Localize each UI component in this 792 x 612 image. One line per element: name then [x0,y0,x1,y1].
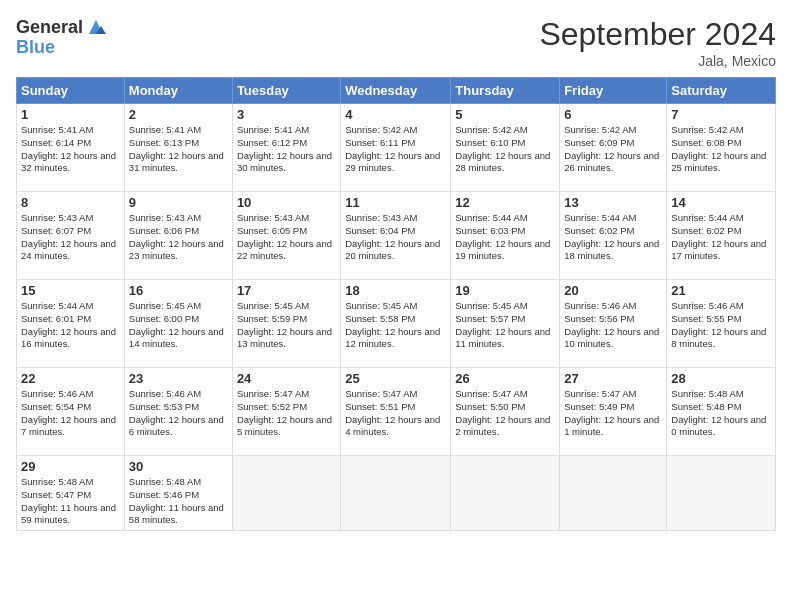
col-sunday: Sunday [17,78,125,104]
logo-blue-text: Blue [16,38,107,56]
location: Jala, Mexico [539,53,776,69]
day-number: 13 [564,195,662,210]
table-row: 16 Sunrise: 5:45 AM Sunset: 6:00 PM Dayl… [124,280,232,368]
day-number: 4 [345,107,446,122]
day-number: 27 [564,371,662,386]
table-row: 8 Sunrise: 5:43 AM Sunset: 6:07 PM Dayli… [17,192,125,280]
day-info: Sunrise: 5:42 AM Sunset: 6:08 PM Dayligh… [671,124,771,175]
day-number: 24 [237,371,336,386]
table-row [667,456,776,531]
logo: General Blue [16,16,107,56]
day-info: Sunrise: 5:46 AM Sunset: 5:56 PM Dayligh… [564,300,662,351]
day-info: Sunrise: 5:45 AM Sunset: 5:57 PM Dayligh… [455,300,555,351]
table-row: 4 Sunrise: 5:42 AM Sunset: 6:11 PM Dayli… [341,104,451,192]
day-info: Sunrise: 5:47 AM Sunset: 5:49 PM Dayligh… [564,388,662,439]
table-row: 1 Sunrise: 5:41 AM Sunset: 6:14 PM Dayli… [17,104,125,192]
day-number: 12 [455,195,555,210]
table-row: 10 Sunrise: 5:43 AM Sunset: 6:05 PM Dayl… [232,192,340,280]
table-row: 27 Sunrise: 5:47 AM Sunset: 5:49 PM Dayl… [560,368,667,456]
day-number: 21 [671,283,771,298]
day-number: 19 [455,283,555,298]
day-number: 18 [345,283,446,298]
day-info: Sunrise: 5:47 AM Sunset: 5:52 PM Dayligh… [237,388,336,439]
day-info: Sunrise: 5:41 AM Sunset: 6:13 PM Dayligh… [129,124,228,175]
table-row [341,456,451,531]
day-info: Sunrise: 5:44 AM Sunset: 6:01 PM Dayligh… [21,300,120,351]
table-row: 28 Sunrise: 5:48 AM Sunset: 5:48 PM Dayl… [667,368,776,456]
table-row: 25 Sunrise: 5:47 AM Sunset: 5:51 PM Dayl… [341,368,451,456]
day-info: Sunrise: 5:44 AM Sunset: 6:02 PM Dayligh… [671,212,771,263]
table-row: 22 Sunrise: 5:46 AM Sunset: 5:54 PM Dayl… [17,368,125,456]
day-number: 16 [129,283,228,298]
day-info: Sunrise: 5:47 AM Sunset: 5:50 PM Dayligh… [455,388,555,439]
table-row: 7 Sunrise: 5:42 AM Sunset: 6:08 PM Dayli… [667,104,776,192]
logo-general-text: General [16,18,83,36]
day-info: Sunrise: 5:48 AM Sunset: 5:47 PM Dayligh… [21,476,120,527]
table-row [560,456,667,531]
day-info: Sunrise: 5:44 AM Sunset: 6:03 PM Dayligh… [455,212,555,263]
title-area: September 2024 Jala, Mexico [539,16,776,69]
table-row: 11 Sunrise: 5:43 AM Sunset: 6:04 PM Dayl… [341,192,451,280]
day-number: 8 [21,195,120,210]
day-info: Sunrise: 5:43 AM Sunset: 6:07 PM Dayligh… [21,212,120,263]
day-number: 7 [671,107,771,122]
day-info: Sunrise: 5:42 AM Sunset: 6:10 PM Dayligh… [455,124,555,175]
day-info: Sunrise: 5:43 AM Sunset: 6:04 PM Dayligh… [345,212,446,263]
day-number: 20 [564,283,662,298]
logo-icon [85,16,107,38]
col-wednesday: Wednesday [341,78,451,104]
day-info: Sunrise: 5:45 AM Sunset: 5:58 PM Dayligh… [345,300,446,351]
day-number: 25 [345,371,446,386]
day-number: 1 [21,107,120,122]
day-info: Sunrise: 5:46 AM Sunset: 5:55 PM Dayligh… [671,300,771,351]
day-number: 26 [455,371,555,386]
day-number: 15 [21,283,120,298]
day-info: Sunrise: 5:43 AM Sunset: 6:06 PM Dayligh… [129,212,228,263]
table-row: 12 Sunrise: 5:44 AM Sunset: 6:03 PM Dayl… [451,192,560,280]
day-number: 23 [129,371,228,386]
day-number: 17 [237,283,336,298]
table-row: 14 Sunrise: 5:44 AM Sunset: 6:02 PM Dayl… [667,192,776,280]
table-row: 30 Sunrise: 5:48 AM Sunset: 5:46 PM Dayl… [124,456,232,531]
table-row: 23 Sunrise: 5:46 AM Sunset: 5:53 PM Dayl… [124,368,232,456]
day-info: Sunrise: 5:45 AM Sunset: 5:59 PM Dayligh… [237,300,336,351]
day-info: Sunrise: 5:41 AM Sunset: 6:14 PM Dayligh… [21,124,120,175]
table-row: 6 Sunrise: 5:42 AM Sunset: 6:09 PM Dayli… [560,104,667,192]
month-title: September 2024 [539,16,776,53]
day-number: 11 [345,195,446,210]
day-info: Sunrise: 5:46 AM Sunset: 5:54 PM Dayligh… [21,388,120,439]
table-row: 18 Sunrise: 5:45 AM Sunset: 5:58 PM Dayl… [341,280,451,368]
day-number: 10 [237,195,336,210]
day-info: Sunrise: 5:42 AM Sunset: 6:11 PM Dayligh… [345,124,446,175]
day-number: 29 [21,459,120,474]
day-info: Sunrise: 5:41 AM Sunset: 6:12 PM Dayligh… [237,124,336,175]
table-row: 15 Sunrise: 5:44 AM Sunset: 6:01 PM Dayl… [17,280,125,368]
table-row: 3 Sunrise: 5:41 AM Sunset: 6:12 PM Dayli… [232,104,340,192]
day-info: Sunrise: 5:46 AM Sunset: 5:53 PM Dayligh… [129,388,228,439]
calendar-header-row: Sunday Monday Tuesday Wednesday Thursday… [17,78,776,104]
day-number: 2 [129,107,228,122]
day-number: 14 [671,195,771,210]
table-row: 19 Sunrise: 5:45 AM Sunset: 5:57 PM Dayl… [451,280,560,368]
table-row [232,456,340,531]
day-info: Sunrise: 5:48 AM Sunset: 5:48 PM Dayligh… [671,388,771,439]
day-info: Sunrise: 5:43 AM Sunset: 6:05 PM Dayligh… [237,212,336,263]
day-info: Sunrise: 5:44 AM Sunset: 6:02 PM Dayligh… [564,212,662,263]
day-info: Sunrise: 5:42 AM Sunset: 6:09 PM Dayligh… [564,124,662,175]
table-row: 5 Sunrise: 5:42 AM Sunset: 6:10 PM Dayli… [451,104,560,192]
col-thursday: Thursday [451,78,560,104]
table-row: 20 Sunrise: 5:46 AM Sunset: 5:56 PM Dayl… [560,280,667,368]
page: General Blue September 2024 Jala, Mexico… [0,0,792,612]
day-number: 30 [129,459,228,474]
table-row: 21 Sunrise: 5:46 AM Sunset: 5:55 PM Dayl… [667,280,776,368]
table-row: 2 Sunrise: 5:41 AM Sunset: 6:13 PM Dayli… [124,104,232,192]
table-row: 17 Sunrise: 5:45 AM Sunset: 5:59 PM Dayl… [232,280,340,368]
header: General Blue September 2024 Jala, Mexico [16,16,776,69]
day-number: 9 [129,195,228,210]
col-saturday: Saturday [667,78,776,104]
day-number: 28 [671,371,771,386]
day-number: 22 [21,371,120,386]
day-number: 3 [237,107,336,122]
calendar-table: Sunday Monday Tuesday Wednesday Thursday… [16,77,776,531]
day-info: Sunrise: 5:48 AM Sunset: 5:46 PM Dayligh… [129,476,228,527]
